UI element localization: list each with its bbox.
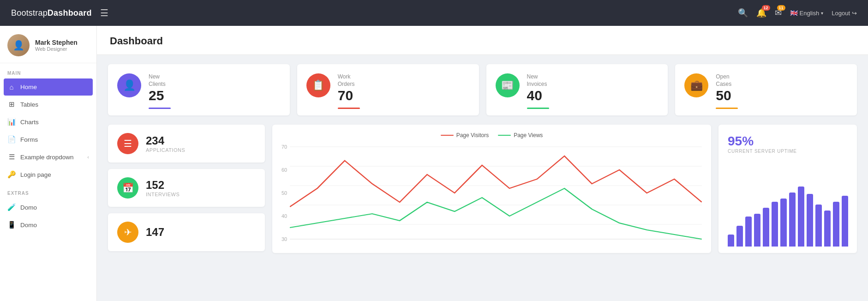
- page-title: Dashboard: [110, 35, 855, 47]
- visitors-line-legend: [441, 135, 454, 136]
- sidebar-item-label: Home: [20, 84, 37, 90]
- login-icon: 🔑: [7, 170, 16, 179]
- sidebar-item-domo1[interactable]: 🧪 Domo: [0, 199, 96, 216]
- sidebar-item-label: Domo: [20, 204, 37, 211]
- interviews-icon: 📅: [117, 177, 138, 199]
- avatar: 👤: [7, 34, 30, 56]
- bottom-row: ☰ 234 APPLICATIONS 📅 152 INTERVIEWS: [108, 125, 857, 253]
- sidebar-item-label: Charts: [20, 119, 39, 126]
- sidebar-item-example-dropdown[interactable]: ☰ Example dropdown ‹: [0, 148, 96, 166]
- bar-col: [745, 217, 752, 247]
- logout-button[interactable]: Logout ↪: [832, 10, 857, 17]
- search-button[interactable]: 🔍: [738, 8, 748, 18]
- cases-icon: 💼: [684, 73, 708, 97]
- logout-icon: ↪: [852, 10, 857, 17]
- main-content: Dashboard 👤 NewClients 25 📋 WorkOrders: [97, 26, 868, 301]
- legend-views: Page Views: [498, 132, 543, 138]
- bar-col: [798, 187, 804, 247]
- orders-value: 70: [338, 88, 360, 103]
- sidebar-item-charts[interactable]: 📊 Charts: [0, 113, 96, 131]
- tables-icon: ⊞: [7, 100, 16, 108]
- profile-role: Web Designer: [35, 46, 78, 52]
- chart-legend: Page Visitors Page Views: [281, 132, 702, 138]
- charts-icon: 📊: [7, 118, 16, 126]
- profile-info: Mark Stephen Web Designer: [35, 39, 78, 52]
- legend-visitors: Page Visitors: [441, 132, 489, 138]
- clients-value: 25: [149, 88, 171, 103]
- invoices-bar: [527, 108, 549, 109]
- sidebar-item-label: Tables: [20, 101, 38, 108]
- sidebar-extras-label: EXTRAS: [0, 183, 96, 199]
- bar-col: [824, 211, 831, 247]
- page-header: Dashboard: [97, 26, 868, 55]
- uptime-label: CURRENT SERVER UPTIME: [728, 149, 848, 154]
- invoices-info: NewInvoices 40: [527, 73, 549, 109]
- topbar-right: 🔍 🔔 12 ✉ 11 🇬🇧 English ▾ Logout ↪: [738, 8, 857, 18]
- offers-info: 147: [146, 226, 164, 239]
- applications-value: 234: [146, 134, 185, 147]
- bar-col: [736, 226, 743, 247]
- orders-icon: 📋: [306, 73, 330, 97]
- sidebar-item-login[interactable]: 🔑 Login page: [0, 166, 96, 183]
- avatar-image: 👤: [7, 34, 30, 56]
- mini-card-applications: ☰ 234 APPLICATIONS: [108, 125, 265, 163]
- interviews-value: 152: [146, 179, 180, 192]
- sidebar-item-domo2[interactable]: 📱 Domo: [0, 216, 96, 234]
- applications-info: 234 APPLICATIONS: [146, 134, 185, 153]
- sidebar-item-tables[interactable]: ⊞ Tables: [0, 96, 96, 113]
- sidebar-item-label: Forms: [20, 136, 38, 143]
- invoices-icon: 📰: [496, 73, 520, 97]
- messages-badge: 11: [777, 5, 785, 11]
- invoices-value: 40: [527, 88, 549, 103]
- clients-icon: 👤: [117, 73, 141, 97]
- bar-col: [815, 205, 822, 247]
- language-selector[interactable]: 🇬🇧 English ▾: [790, 9, 824, 17]
- mini-card-interviews: 📅 152 INTERVIEWS: [108, 169, 265, 207]
- stat-card-orders: 📋 WorkOrders 70: [297, 64, 479, 115]
- bar-col: [754, 214, 760, 247]
- bar-col: [842, 196, 848, 247]
- sidebar-item-label: Login page: [20, 171, 51, 178]
- applications-icon: ☰: [117, 133, 138, 154]
- orders-label: WorkOrders: [338, 73, 360, 88]
- views-line-legend: [498, 135, 511, 136]
- bar-col: [728, 235, 734, 247]
- sidebar-main-label: MAIN: [0, 63, 96, 78]
- cases-info: OpenCases 50: [716, 73, 738, 109]
- sidebar-profile: 👤 Mark Stephen Web Designer: [0, 26, 96, 63]
- sidebar-item-home[interactable]: ⌂ Home: [4, 78, 93, 96]
- sidebar-item-forms[interactable]: 📄 Forms: [0, 131, 96, 148]
- bar-col: [772, 202, 778, 247]
- brand-logo: BootstrapDashboard: [11, 8, 92, 18]
- bar-col: [763, 208, 769, 247]
- mini-cards-column: ☰ 234 APPLICATIONS 📅 152 INTERVIEWS: [108, 125, 265, 253]
- domo2-icon: 📱: [7, 221, 16, 229]
- messages-button[interactable]: ✉ 11: [775, 8, 782, 18]
- forms-icon: 📄: [7, 135, 16, 144]
- clients-bar: [149, 108, 171, 109]
- domo1-icon: 🧪: [7, 203, 16, 211]
- cases-bar: [716, 108, 738, 109]
- chart-area: [290, 142, 702, 246]
- bar-col: [833, 202, 839, 247]
- cases-label: OpenCases: [716, 73, 738, 88]
- sidebar-item-label: Example dropdown: [20, 154, 74, 161]
- stat-cards-row: 👤 NewClients 25 📋 WorkOrders 70: [108, 64, 857, 115]
- line-chart-svg: [290, 142, 702, 244]
- applications-label: APPLICATIONS: [146, 147, 185, 153]
- interviews-info: 152 INTERVIEWS: [146, 179, 180, 197]
- cases-value: 50: [716, 88, 738, 103]
- uptime-percent: 95%: [728, 134, 848, 149]
- notifications-button[interactable]: 🔔 12: [756, 8, 766, 18]
- sidebar-item-label: Domo: [20, 222, 37, 229]
- stat-card-invoices: 📰 NewInvoices 40: [486, 64, 668, 115]
- line-chart-card: Page Visitors Page Views 70 60 50 40: [272, 125, 711, 253]
- stat-card-clients: 👤 NewClients 25: [108, 64, 290, 115]
- content-body: 👤 NewClients 25 📋 WorkOrders 70: [97, 55, 868, 262]
- orders-info: WorkOrders 70: [338, 73, 360, 109]
- hamburger-icon[interactable]: ☰: [100, 7, 108, 18]
- chart-with-axis: 70 60 50 40 30: [281, 142, 702, 246]
- legend-visitors-label: Page Visitors: [456, 132, 489, 138]
- bar-chart: [728, 187, 848, 247]
- stat-card-cases: 💼 OpenCases 50: [675, 64, 857, 115]
